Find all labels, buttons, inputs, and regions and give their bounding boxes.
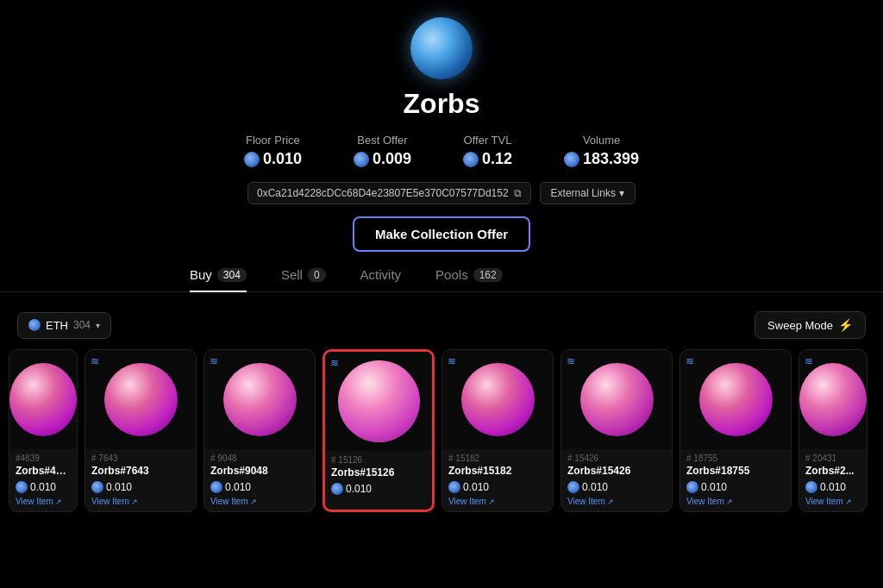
view-item-link[interactable]: View Item ↗ (16, 497, 71, 506)
nft-card-15126[interactable]: ≋ # 15126 Zorbs#15126 0.010 (323, 349, 435, 512)
nft-name: Zorbs#4839 (16, 465, 71, 477)
make-collection-offer-button[interactable]: Make Collection Offer (353, 216, 530, 252)
eth-icon-price (686, 481, 698, 493)
tab-activity[interactable]: Activity (360, 267, 402, 292)
eth-icon-price (331, 483, 343, 495)
view-item-link[interactable]: View Item ↗ (567, 497, 666, 506)
stat-volume: Volume 183.399 (564, 134, 639, 168)
nft-image-7643: ≋ (85, 350, 196, 449)
chevron-down-icon: ▾ (619, 187, 624, 199)
card-icon: ≋ (210, 355, 218, 367)
nft-name: Zorbs#15426 (567, 465, 666, 477)
card-icon: ≋ (448, 355, 456, 367)
sweep-icon: ⚡ (838, 318, 853, 332)
view-item-link[interactable]: View Item ↗ (448, 497, 547, 506)
eth-icon-price (805, 481, 817, 493)
nft-price: 0.010 (448, 481, 547, 493)
card-icon: ≋ (567, 355, 575, 367)
eth-icon-price (91, 481, 103, 493)
tabs-row: Buy 304 Sell 0 Activity Pools 162 (0, 267, 883, 292)
zorb-ball (461, 363, 535, 436)
nft-card-9048[interactable]: ≋ # 9048 Zorbs#9048 0.010 View Item ↗ (204, 349, 316, 512)
nft-number: # 15426 (567, 454, 666, 463)
external-link-icon: ↗ (607, 497, 614, 506)
nft-price: 0.010 (16, 481, 71, 493)
nft-image-4839 (9, 350, 77, 449)
external-link-icon: ↗ (131, 497, 138, 506)
nft-name: Zorbs#15182 (448, 465, 547, 477)
eth-icon-price (16, 481, 28, 493)
zorb-ball (9, 363, 77, 436)
offer-tvl-label: Offer TVL (464, 134, 512, 147)
nft-card-15426[interactable]: ≋ # 15426 Zorbs#15426 0.010 View Item ↗ (560, 349, 673, 512)
nft-card-20431[interactable]: ≋ # 20431 Zorbs#2... 0.010 View Item ↗ (798, 349, 867, 512)
external-links-button[interactable]: External Links ▾ (540, 182, 636, 204)
external-link-icon: ↗ (845, 497, 852, 506)
external-link-icon: ↗ (55, 497, 62, 506)
eth-icon-best-offer (354, 152, 369, 167)
copy-icon[interactable]: ⧉ (514, 187, 522, 199)
nft-name: Zorbs#9048 (210, 465, 309, 477)
nft-info-15426: # 15426 Zorbs#15426 0.010 View Item ↗ (561, 449, 672, 511)
volume-value: 183.399 (564, 150, 639, 168)
card-icon: ≋ (91, 355, 99, 367)
view-item-link[interactable]: View Item ↗ (210, 497, 309, 506)
stats-row: Floor Price 0.010 Best Offer 0.009 Offer… (244, 134, 639, 168)
nft-image-15426: ≋ (561, 350, 672, 449)
view-item-link[interactable]: View Item ↗ (91, 497, 190, 506)
nft-info-15126: # 15126 Zorbs#15126 0.010 (325, 451, 432, 504)
nft-info-4839: #4839 Zorbs#4839 0.010 View Item ↗ (9, 449, 77, 511)
nft-number: # 18755 (686, 454, 785, 463)
tab-sell[interactable]: Sell 0 (281, 267, 326, 292)
zorb-ball (338, 360, 420, 442)
nft-name: Zorbs#7643 (91, 465, 190, 477)
zorb-ball (580, 363, 654, 436)
address-row: 0xCa21d4228cDCc68D4e23807E5e370C07577Dd1… (247, 182, 636, 204)
nft-image-18755: ≋ (680, 350, 791, 449)
nft-price: 0.010 (91, 481, 190, 493)
nft-price: 0.010 (686, 481, 785, 493)
toolbar: ETH 304 ▾ Sweep Mode ⚡ (0, 301, 883, 349)
stat-offer-tvl: Offer TVL 0.12 (463, 134, 512, 168)
nft-info-20431: # 20431 Zorbs#2... 0.010 View Item ↗ (799, 449, 867, 511)
eth-icon-tvl (463, 152, 479, 167)
nft-price: 0.010 (331, 483, 426, 495)
nft-image-15182: ≋ (442, 350, 553, 449)
zorb-ball (699, 363, 773, 436)
external-link-icon: ↗ (250, 497, 257, 506)
nft-info-18755: # 18755 Zorbs#18755 0.010 View Item ↗ (680, 449, 791, 511)
collection-avatar (410, 17, 473, 79)
eth-icon-floor (244, 152, 260, 167)
nft-price: 0.010 (210, 481, 309, 493)
zorb-ball (799, 363, 867, 436)
eth-icon-filter (28, 319, 41, 331)
nft-number: # 15126 (331, 455, 426, 465)
nft-image-9048: ≋ (204, 350, 315, 449)
nft-price: 0.010 (567, 481, 666, 493)
nft-card-7643[interactable]: ≋ # 7643 Zorbs#7643 0.010 View Item ↗ (85, 349, 197, 512)
nft-number: # 20431 (805, 454, 861, 463)
eth-icon-price (210, 481, 222, 493)
nft-card-18755[interactable]: ≋ # 18755 Zorbs#18755 0.010 View Item ↗ (679, 349, 792, 512)
nft-info-9048: # 9048 Zorbs#9048 0.010 View Item ↗ (204, 449, 315, 511)
card-icon: ≋ (686, 355, 694, 367)
volume-label: Volume (583, 134, 620, 147)
nft-image-20431: ≋ (799, 350, 867, 449)
view-item-link[interactable]: View Item ↗ (805, 497, 861, 506)
nft-number: # 15182 (448, 454, 547, 463)
sweep-mode-button[interactable]: Sweep Mode ⚡ (755, 311, 866, 339)
stat-floor-price: Floor Price 0.010 (244, 134, 302, 168)
tab-pools[interactable]: Pools 162 (435, 267, 503, 292)
view-item-link[interactable]: View Item ↗ (686, 497, 785, 506)
zorb-ball (223, 363, 297, 436)
contract-address[interactable]: 0xCa21d4228cDCc68D4e23807E5e370C07577Dd1… (247, 182, 531, 204)
eth-filter-button[interactable]: ETH 304 ▾ (17, 312, 111, 339)
nft-card-15182[interactable]: ≋ # 15182 Zorbs#15182 0.010 View Item ↗ (442, 349, 554, 512)
nft-image-15126: ≋ (325, 352, 432, 451)
nft-grid: #4839 Zorbs#4839 0.010 View Item ↗ ≋ # 7… (0, 349, 883, 512)
tab-buy[interactable]: Buy 304 (190, 267, 247, 292)
nft-name: Zorbs#18755 (686, 465, 785, 477)
nft-price: 0.010 (805, 481, 861, 493)
offer-tvl-value: 0.12 (463, 150, 512, 168)
nft-card-4839[interactable]: #4839 Zorbs#4839 0.010 View Item ↗ (9, 349, 78, 512)
